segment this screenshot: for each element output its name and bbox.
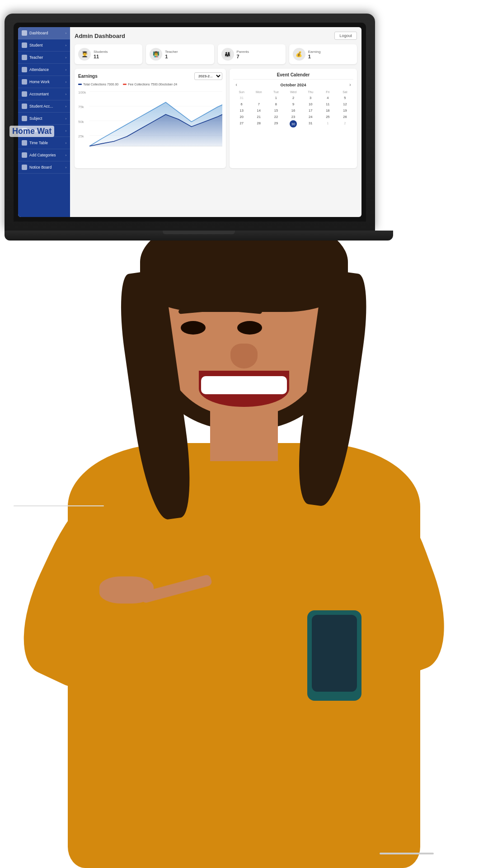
right-eye — [237, 321, 262, 335]
sidebar-item-categories[interactable]: Add Categories › — [18, 149, 70, 161]
cal-day-12[interactable]: 12 — [337, 101, 353, 107]
stat-card-teacher: 👨‍🏫 Teacher 1 — [146, 44, 214, 64]
sidebar-label-timetable: Time Table — [29, 141, 63, 145]
earning-value: 1 — [308, 54, 321, 59]
students-icon: 👨‍🎓 — [78, 48, 91, 61]
cal-day-18[interactable]: 18 — [319, 108, 336, 113]
laptop-lid: Dashboard › Student › Teacher › — [5, 14, 375, 231]
logout-button[interactable]: Logout — [334, 32, 357, 40]
sidebar-label-homework: Home Work — [29, 80, 63, 84]
dow-tue: Tue — [267, 90, 284, 94]
earning-icon: 💰 — [293, 48, 305, 61]
dow-sat: Sat — [337, 90, 353, 94]
cal-day-5[interactable]: 5 — [337, 95, 353, 101]
sidebar-item-accountant[interactable]: Accountant › — [18, 88, 70, 100]
cal-day-17[interactable]: 17 — [302, 108, 319, 113]
cal-day-7[interactable]: 7 — [250, 101, 267, 107]
cal-day-2[interactable]: 2 — [285, 95, 301, 101]
sidebar-item-dashboard[interactable]: Dashboard › — [18, 27, 70, 39]
parents-label: Parents — [237, 50, 249, 54]
stat-card-earning: 💰 Earning 1 — [289, 44, 357, 64]
sidebar-label-student-acc: Student Acc... — [29, 104, 63, 108]
sidebar-item-homework[interactable]: Home Work › — [18, 76, 70, 88]
laptop-container: Dashboard › Student › Teacher › — [5, 14, 384, 249]
dow-mon: Mon — [250, 90, 267, 94]
cal-day-11[interactable]: 11 — [319, 101, 336, 107]
students-label: Students — [94, 50, 108, 54]
earnings-title: Earnings — [78, 74, 98, 79]
cal-day-6[interactable]: 6 — [233, 101, 250, 107]
cal-day-28[interactable]: 28 — [250, 120, 267, 127]
cal-day-20[interactable]: 20 — [233, 114, 250, 120]
sidebar-label-attendance: Attendance — [29, 67, 63, 72]
cal-day-9[interactable]: 9 — [285, 101, 301, 107]
cal-day-21[interactable]: 21 — [250, 114, 267, 120]
legend-dot-total — [78, 84, 82, 85]
cal-day-next2: 2 — [337, 120, 353, 127]
cal-day-31[interactable]: 31 — [302, 120, 319, 127]
subject-icon — [22, 116, 27, 121]
calendar-grid: Sun Mon Tue Wed Thu Fri Sat 31 1 — [233, 90, 353, 127]
dow-wed: Wed — [285, 90, 301, 94]
legend-total: Total Collections 7300.00 — [78, 83, 118, 86]
student-acc-icon — [22, 104, 27, 109]
cal-day-1[interactable]: 1 — [267, 95, 284, 101]
calendar-nav: ‹ October 2024 › — [233, 82, 353, 87]
sidebar-item-student-acc[interactable]: Student Acc... › — [18, 100, 70, 113]
chart-legend: Total Collections 7300.00 Fee Collection… — [78, 83, 222, 86]
page-title: Admin Dashboard — [75, 33, 125, 39]
earnings-chart: Earnings 2023-2... Total Collections 730… — [75, 69, 226, 168]
timetable-icon — [22, 140, 27, 146]
cal-day-15[interactable]: 15 — [267, 108, 284, 113]
sidebar-label-categories: Add Categories — [29, 153, 63, 157]
cal-day-4[interactable]: 4 — [319, 95, 336, 101]
phone-screen — [312, 615, 357, 692]
nose — [230, 344, 258, 368]
sidebar-item-attendance[interactable]: Attendance › — [18, 64, 70, 76]
cal-day-29[interactable]: 29 — [267, 120, 284, 127]
sidebar-item-teacher[interactable]: Teacher › — [18, 52, 70, 64]
svg-text:100k: 100k — [78, 90, 86, 94]
cal-day-24[interactable]: 24 — [302, 114, 319, 120]
sidebar-label-dashboard: Dashboard — [29, 31, 63, 35]
cal-day-13[interactable]: 13 — [233, 108, 250, 113]
home-wat-label: Home Wat — [9, 126, 54, 137]
homework-icon — [22, 79, 27, 85]
cal-day-27[interactable]: 27 — [233, 120, 250, 127]
sidebar-item-student[interactable]: Student › — [18, 39, 70, 52]
calendar-prev-button[interactable]: ‹ — [233, 82, 239, 87]
parents-value: 7 — [237, 54, 249, 59]
cal-day-10[interactable]: 10 — [302, 101, 319, 107]
cal-day-26[interactable]: 26 — [337, 114, 353, 120]
cal-day-23[interactable]: 23 — [285, 114, 301, 120]
cal-day-3[interactable]: 3 — [302, 95, 319, 101]
laptop-base — [5, 231, 393, 241]
legend-fee: Fee Collections 7500.00october-24 — [123, 83, 177, 86]
teacher-icon — [22, 55, 27, 60]
calendar-next-button[interactable]: › — [347, 82, 353, 87]
sidebar-item-subject[interactable]: Subject › — [18, 113, 70, 125]
sidebar-label-teacher: Teacher — [29, 55, 63, 60]
cal-day-16[interactable]: 16 — [285, 108, 301, 113]
sidebar-item-timetable[interactable]: Time Table › — [18, 137, 70, 149]
cal-day-30-today[interactable]: 30 — [290, 120, 297, 127]
earning-label: Earning — [308, 50, 321, 54]
cal-day-22[interactable]: 22 — [267, 114, 284, 120]
sidebar-label-accountant: Accountant — [29, 92, 63, 96]
cal-day-25[interactable]: 25 — [319, 114, 336, 120]
bottom-row: Earnings 2023-2... Total Collections 730… — [75, 69, 357, 168]
person-background — [0, 190, 488, 868]
svg-text:25k: 25k — [78, 134, 84, 138]
svg-text:75k: 75k — [78, 105, 84, 109]
sidebar-item-noticeboard[interactable]: Notice Board › — [18, 161, 70, 174]
legend-label-total: Total Collections 7300.00 — [83, 83, 118, 86]
cal-day-8[interactable]: 8 — [267, 101, 284, 107]
categories-icon — [22, 152, 27, 158]
dashboard-icon — [22, 30, 27, 36]
legend-label-fee: Fee Collections 7500.00october-24 — [128, 83, 177, 86]
stat-cards: 👨‍🎓 Students 11 👨‍🏫 Teacher 1 — [75, 44, 357, 64]
cal-day-19[interactable]: 19 — [337, 108, 353, 113]
cal-day-14[interactable]: 14 — [250, 108, 267, 113]
bottom-bar — [380, 853, 434, 854]
year-select[interactable]: 2023-2... — [194, 72, 222, 80]
